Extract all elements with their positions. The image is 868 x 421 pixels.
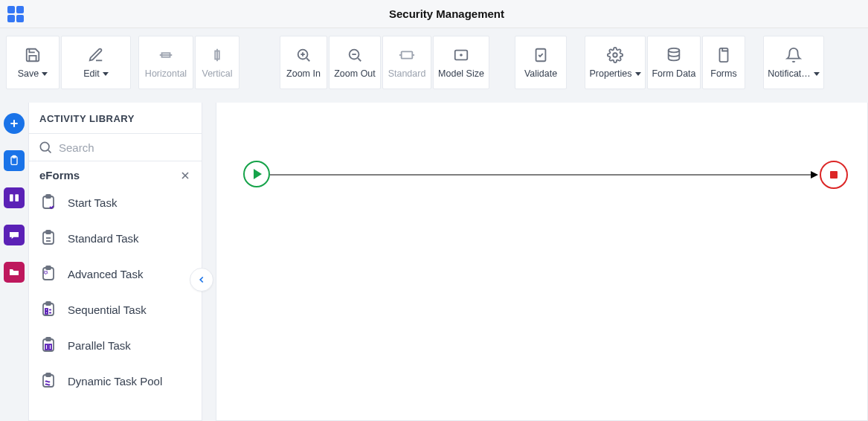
svg-line-9 <box>358 58 361 61</box>
standard-label: Standard <box>388 68 426 79</box>
end-node[interactable] <box>820 161 848 189</box>
category-label: eForms <box>39 169 80 181</box>
zoom-in-button[interactable]: Zoom In <box>280 36 327 89</box>
activity-library-panel: ACTIVITY LIBRARY eForms Start Task Stand… <box>28 103 202 421</box>
activity-item-start-task[interactable]: Start Task <box>29 184 202 220</box>
forms-icon <box>715 46 733 64</box>
task-icon <box>39 301 57 318</box>
chevron-down-icon <box>635 72 641 76</box>
activity-item-label: Sequential Task <box>68 303 147 316</box>
svg-point-15 <box>460 54 462 56</box>
rail-add-button[interactable] <box>4 113 25 134</box>
main-area: ACTIVITY LIBRARY eForms Start Task Stand… <box>0 89 868 421</box>
activity-item-label: Advanced Task <box>68 268 143 280</box>
activity-item-label: Dynamic Task Pool <box>68 375 162 388</box>
workflow-canvas[interactable] <box>216 103 868 421</box>
chevron-down-icon <box>42 72 48 76</box>
search-icon <box>38 140 53 155</box>
validate-icon <box>532 46 550 64</box>
zoom-standard-button[interactable]: Standard <box>382 36 431 89</box>
zoom-in-label: Zoom In <box>286 68 321 79</box>
task-icon <box>39 193 57 211</box>
svg-rect-23 <box>10 194 13 201</box>
standard-icon <box>398 46 416 64</box>
activity-item-label: Standard Task <box>68 232 139 245</box>
rail-comments-button[interactable] <box>4 225 25 245</box>
align-vertical-icon <box>208 46 226 64</box>
search-row <box>29 134 202 161</box>
validate-button[interactable]: Validate <box>515 36 567 89</box>
horizontal-label: Horizontal <box>145 68 187 79</box>
notifications-button[interactable]: Notificat… <box>763 36 824 89</box>
flow-edge[interactable] <box>270 174 818 176</box>
svg-line-26 <box>48 150 51 153</box>
svg-rect-45 <box>45 344 48 350</box>
activity-item-label: Start Task <box>68 196 117 209</box>
form-data-label: Form Data <box>652 68 695 79</box>
category-header[interactable]: eForms <box>29 161 202 184</box>
model-size-label: Model Size <box>438 68 484 79</box>
task-icon <box>39 265 57 283</box>
stop-icon <box>830 171 838 179</box>
zoom-out-icon <box>346 46 364 64</box>
zoom-model-size-button[interactable]: Model Size <box>433 36 489 89</box>
svg-point-17 <box>613 53 617 57</box>
align-vertical-button[interactable]: Vertical <box>195 36 239 89</box>
toolbar: Save Edit Horizontal Vertical Zoom In Zo… <box>0 28 868 89</box>
collapse-panel-button[interactable] <box>190 268 213 292</box>
title-bar: Security Management <box>0 0 868 28</box>
align-horizontal-button[interactable]: Horizontal <box>138 36 193 89</box>
validate-label: Validate <box>524 68 557 79</box>
svg-marker-50 <box>811 171 818 179</box>
svg-rect-11 <box>402 51 413 58</box>
side-rail <box>0 89 28 421</box>
model-size-icon <box>452 46 470 64</box>
close-icon[interactable] <box>179 170 191 181</box>
play-icon <box>254 169 262 179</box>
align-horizontal-icon <box>157 46 175 64</box>
zoom-out-button[interactable]: Zoom Out <box>329 36 381 89</box>
svg-rect-24 <box>15 194 19 201</box>
bell-icon <box>785 46 803 64</box>
forms-button[interactable]: Forms <box>702 36 745 89</box>
chevron-down-icon <box>814 72 820 76</box>
svg-point-25 <box>40 142 49 151</box>
rail-variables-button[interactable] <box>4 187 25 208</box>
page-title: Security Management <box>25 7 868 20</box>
chevron-down-icon <box>103 72 109 76</box>
edit-button[interactable]: Edit <box>61 36 131 89</box>
edit-label: Edit <box>83 68 100 79</box>
task-icon <box>39 336 57 354</box>
activity-item-sequential-task[interactable]: Sequential Task <box>29 292 202 327</box>
zoom-out-label: Zoom Out <box>334 68 376 79</box>
properties-label: Properties <box>590 68 632 79</box>
notifications-label: Notificat… <box>768 68 811 79</box>
svg-rect-39 <box>45 309 48 311</box>
app-logo-icon[interactable] <box>6 4 25 24</box>
form-data-button[interactable]: Form Data <box>647 36 701 89</box>
vertical-label: Vertical <box>202 68 233 79</box>
save-icon <box>24 46 42 64</box>
gear-icon <box>606 46 624 64</box>
task-icon <box>39 229 57 247</box>
save-label: Save <box>18 68 39 79</box>
rail-clipboard-button[interactable] <box>4 150 25 171</box>
properties-button[interactable]: Properties <box>585 36 646 89</box>
svg-rect-46 <box>49 344 51 350</box>
start-node[interactable] <box>243 161 270 187</box>
activity-item-advanced-task[interactable]: Advanced Task <box>29 256 202 292</box>
search-input[interactable] <box>59 141 193 154</box>
panel-title: ACTIVITY LIBRARY <box>29 103 202 133</box>
task-icon <box>39 372 57 390</box>
svg-point-18 <box>669 48 680 53</box>
database-icon <box>665 46 683 64</box>
activity-item-parallel-task[interactable]: Parallel Task <box>29 327 202 363</box>
activity-item-dynamic-task-pool[interactable]: Dynamic Task Pool <box>29 363 202 399</box>
svg-line-5 <box>306 58 309 61</box>
activity-item-label: Parallel Task <box>68 339 131 352</box>
edit-icon <box>87 46 105 64</box>
activity-item-standard-task[interactable]: Standard Task <box>29 220 202 256</box>
svg-rect-40 <box>45 312 48 314</box>
rail-folder-button[interactable] <box>4 262 25 283</box>
save-button[interactable]: Save <box>6 36 60 89</box>
